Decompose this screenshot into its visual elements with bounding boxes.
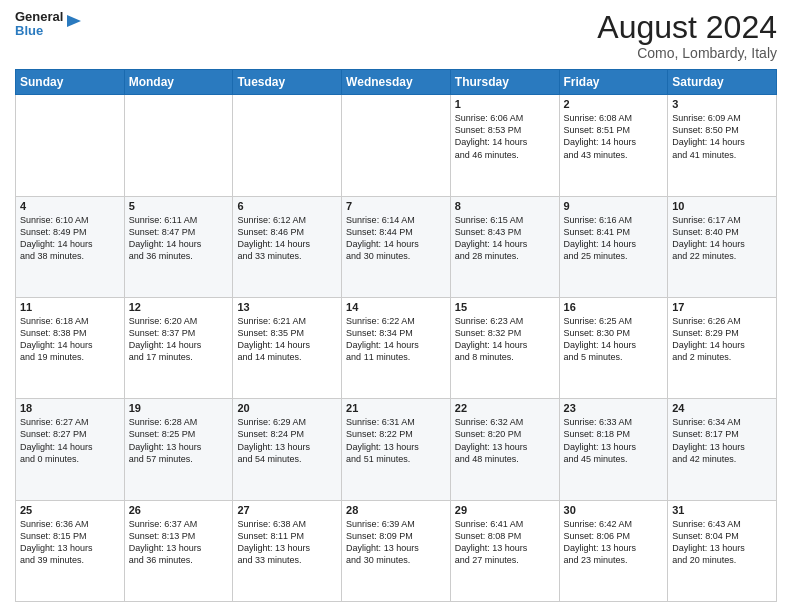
day-info-line: Daylight: 14 hours	[564, 136, 664, 148]
col-friday: Friday	[559, 70, 668, 95]
day-number: 17	[672, 301, 772, 313]
day-number: 30	[564, 504, 664, 516]
title-block: August 2024 Como, Lombardy, Italy	[597, 10, 777, 61]
day-number: 20	[237, 402, 337, 414]
day-info-line: Sunrise: 6:16 AM	[564, 214, 664, 226]
col-monday: Monday	[124, 70, 233, 95]
day-info-line: and 28 minutes.	[455, 250, 555, 262]
day-number: 31	[672, 504, 772, 516]
day-info-line: Sunrise: 6:37 AM	[129, 518, 229, 530]
calendar-cell-3-0: 18Sunrise: 6:27 AMSunset: 8:27 PMDayligh…	[16, 399, 125, 500]
calendar-cell-3-2: 20Sunrise: 6:29 AMSunset: 8:24 PMDayligh…	[233, 399, 342, 500]
day-info-line: Sunrise: 6:32 AM	[455, 416, 555, 428]
calendar-cell-4-3: 28Sunrise: 6:39 AMSunset: 8:09 PMDayligh…	[342, 500, 451, 601]
day-number: 24	[672, 402, 772, 414]
day-info-line: Daylight: 13 hours	[455, 441, 555, 453]
day-info-line: Sunrise: 6:43 AM	[672, 518, 772, 530]
day-info-line: Sunrise: 6:26 AM	[672, 315, 772, 327]
day-info-line: Daylight: 13 hours	[129, 542, 229, 554]
week-row-3: 11Sunrise: 6:18 AMSunset: 8:38 PMDayligh…	[16, 297, 777, 398]
day-info-line: Sunset: 8:25 PM	[129, 428, 229, 440]
day-info-line: Sunset: 8:30 PM	[564, 327, 664, 339]
logo: General Blue	[15, 10, 83, 39]
day-info-line: Daylight: 14 hours	[672, 339, 772, 351]
calendar-title: August 2024	[597, 10, 777, 45]
day-info-line: and 45 minutes.	[564, 453, 664, 465]
day-info-line: Daylight: 14 hours	[20, 441, 120, 453]
col-wednesday: Wednesday	[342, 70, 451, 95]
day-info-line: and 41 minutes.	[672, 149, 772, 161]
day-info-line: Daylight: 13 hours	[346, 441, 446, 453]
day-info-line: Sunset: 8:35 PM	[237, 327, 337, 339]
day-info-line: and 0 minutes.	[20, 453, 120, 465]
day-info-line: Sunset: 8:15 PM	[20, 530, 120, 542]
calendar-cell-4-1: 26Sunrise: 6:37 AMSunset: 8:13 PMDayligh…	[124, 500, 233, 601]
day-number: 10	[672, 200, 772, 212]
day-number: 26	[129, 504, 229, 516]
day-info-line: Sunrise: 6:28 AM	[129, 416, 229, 428]
day-info-line: Sunset: 8:20 PM	[455, 428, 555, 440]
day-info-line: Sunset: 8:34 PM	[346, 327, 446, 339]
day-info-line: Sunset: 8:13 PM	[129, 530, 229, 542]
day-number: 14	[346, 301, 446, 313]
day-info-line: Daylight: 14 hours	[20, 339, 120, 351]
calendar-cell-1-6: 10Sunrise: 6:17 AMSunset: 8:40 PMDayligh…	[668, 196, 777, 297]
day-info-line: Sunrise: 6:06 AM	[455, 112, 555, 124]
day-number: 28	[346, 504, 446, 516]
calendar-cell-4-6: 31Sunrise: 6:43 AMSunset: 8:04 PMDayligh…	[668, 500, 777, 601]
calendar-cell-2-6: 17Sunrise: 6:26 AMSunset: 8:29 PMDayligh…	[668, 297, 777, 398]
day-info-line: Daylight: 14 hours	[672, 238, 772, 250]
day-info-line: Daylight: 13 hours	[455, 542, 555, 554]
day-info-line: and 42 minutes.	[672, 453, 772, 465]
logo-flag-icon	[65, 13, 83, 35]
day-info-line: Sunrise: 6:12 AM	[237, 214, 337, 226]
col-saturday: Saturday	[668, 70, 777, 95]
day-info-line: and 30 minutes.	[346, 250, 446, 262]
day-info-line: Daylight: 14 hours	[672, 136, 772, 148]
day-info-line: Daylight: 14 hours	[564, 238, 664, 250]
calendar-cell-1-3: 7Sunrise: 6:14 AMSunset: 8:44 PMDaylight…	[342, 196, 451, 297]
day-info-line: Sunrise: 6:38 AM	[237, 518, 337, 530]
calendar-cell-4-2: 27Sunrise: 6:38 AMSunset: 8:11 PMDayligh…	[233, 500, 342, 601]
calendar-cell-2-5: 16Sunrise: 6:25 AMSunset: 8:30 PMDayligh…	[559, 297, 668, 398]
day-info-line: Sunset: 8:38 PM	[20, 327, 120, 339]
day-info-line: Daylight: 13 hours	[564, 542, 664, 554]
col-sunday: Sunday	[16, 70, 125, 95]
day-info-line: Sunrise: 6:33 AM	[564, 416, 664, 428]
day-number: 25	[20, 504, 120, 516]
day-info-line: Sunset: 8:44 PM	[346, 226, 446, 238]
day-number: 27	[237, 504, 337, 516]
day-info-line: Daylight: 14 hours	[129, 339, 229, 351]
calendar-cell-0-6: 3Sunrise: 6:09 AMSunset: 8:50 PMDaylight…	[668, 95, 777, 196]
day-info-line: and 25 minutes.	[564, 250, 664, 262]
day-info-line: and 5 minutes.	[564, 351, 664, 363]
calendar-cell-0-3	[342, 95, 451, 196]
day-info-line: Sunrise: 6:36 AM	[20, 518, 120, 530]
day-info-line: and 22 minutes.	[672, 250, 772, 262]
day-info-line: Sunset: 8:47 PM	[129, 226, 229, 238]
day-info-line: Daylight: 14 hours	[346, 339, 446, 351]
calendar-cell-1-1: 5Sunrise: 6:11 AMSunset: 8:47 PMDaylight…	[124, 196, 233, 297]
day-number: 4	[20, 200, 120, 212]
day-number: 3	[672, 98, 772, 110]
day-info-line: Daylight: 13 hours	[20, 542, 120, 554]
day-info-line: Sunset: 8:50 PM	[672, 124, 772, 136]
day-info-line: Sunrise: 6:34 AM	[672, 416, 772, 428]
calendar-cell-2-3: 14Sunrise: 6:22 AMSunset: 8:34 PMDayligh…	[342, 297, 451, 398]
day-info-line: Daylight: 14 hours	[346, 238, 446, 250]
day-info-line: Daylight: 14 hours	[564, 339, 664, 351]
day-number: 5	[129, 200, 229, 212]
calendar-cell-3-1: 19Sunrise: 6:28 AMSunset: 8:25 PMDayligh…	[124, 399, 233, 500]
week-row-5: 25Sunrise: 6:36 AMSunset: 8:15 PMDayligh…	[16, 500, 777, 601]
day-number: 15	[455, 301, 555, 313]
day-info-line: Sunset: 8:32 PM	[455, 327, 555, 339]
day-info-line: Sunset: 8:40 PM	[672, 226, 772, 238]
day-info-line: Sunset: 8:11 PM	[237, 530, 337, 542]
calendar-cell-4-4: 29Sunrise: 6:41 AMSunset: 8:08 PMDayligh…	[450, 500, 559, 601]
day-info-line: Sunrise: 6:42 AM	[564, 518, 664, 530]
day-info-line: Daylight: 14 hours	[20, 238, 120, 250]
day-number: 18	[20, 402, 120, 414]
day-info-line: and 11 minutes.	[346, 351, 446, 363]
day-info-line: Daylight: 14 hours	[237, 339, 337, 351]
day-info-line: Sunset: 8:09 PM	[346, 530, 446, 542]
